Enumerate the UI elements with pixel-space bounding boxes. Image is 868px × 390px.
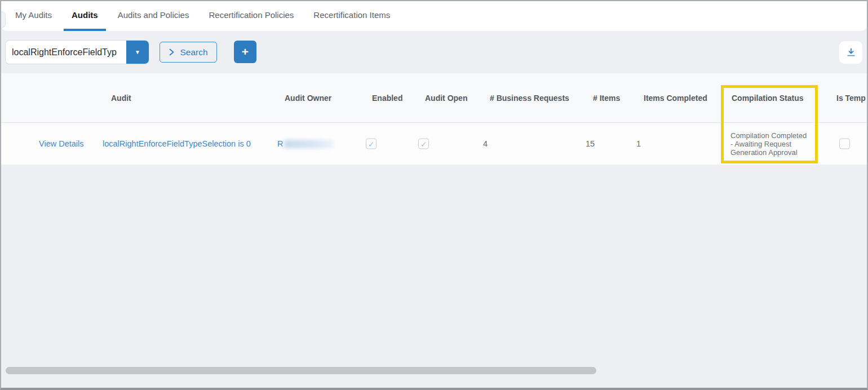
horizontal-scrollbar[interactable] [6,367,596,374]
search-button-label: Search [180,47,207,57]
tab-my-audits[interactable]: My Audits [7,1,60,31]
tab-recertification-items[interactable]: Recertification Items [305,1,398,31]
tab-audits[interactable]: Audits [64,1,106,31]
status-line: - Awaiting Request [730,140,816,148]
search-input[interactable] [6,41,126,64]
table-row: View Details localRightEnforceFieldTypeS… [1,122,867,165]
search-button[interactable]: Search [160,42,217,63]
tab-bar: My Audits Audits Audits and Policies Rec… [1,1,867,31]
tab-recertification-policies[interactable]: Recertification Policies [201,1,302,31]
export-button[interactable] [839,41,862,64]
is-temp-checkbox[interactable] [839,139,850,149]
header-enabled[interactable]: Enabled [372,94,402,103]
audit-owner-text: R [277,139,283,148]
checkmark-icon: ✓ [368,140,375,148]
items-value: 15 [586,139,595,148]
header-items[interactable]: # Items [593,94,620,103]
items-completed-value: 1 [636,139,641,148]
business-requests-value: 4 [483,139,488,148]
compilation-status-value: Compilation Completed - Awaiting Request… [730,131,816,157]
checkmark-icon: ✓ [420,140,427,148]
chevron-right-icon [169,48,175,56]
audit-owner-cell: R [277,139,334,148]
table-header-row: Audit Audit Owner Enabled Audit Open # B… [1,73,867,122]
redacted-owner-name [284,140,334,148]
plus-icon: + [242,45,249,59]
header-business-requests[interactable]: # Business Requests [490,94,569,103]
view-details-link[interactable]: View Details [39,139,84,148]
enabled-checkbox[interactable]: ✓ [366,139,377,149]
panel-collapse-handle[interactable] [1,11,6,28]
audit-open-checkbox[interactable]: ✓ [418,139,429,149]
chevron-down-icon: ▼ [135,49,140,55]
audit-name-link[interactable]: localRightEnforceFieldTypeSelection is 0 [103,139,251,148]
header-items-completed[interactable]: Items Completed [644,94,707,103]
toolbar: ▼ Search + [1,31,867,73]
header-audit-open[interactable]: Audit Open [425,94,467,103]
download-icon [846,47,856,57]
audits-table: Audit Audit Owner Enabled Audit Open # B… [1,73,867,165]
search-dropdown-button[interactable]: ▼ [126,41,149,64]
header-audit-owner[interactable]: Audit Owner [285,94,331,103]
status-line: Compilation Completed [730,131,816,140]
add-audit-button[interactable]: + [234,41,256,63]
header-audit[interactable]: Audit [111,94,131,103]
search-combo: ▼ [6,41,149,64]
status-line: Generation Approval [730,148,816,157]
app-window: My Audits Audits Audits and Policies Rec… [0,0,868,390]
tab-audits-and-policies[interactable]: Audits and Policies [110,1,197,31]
header-compilation-status[interactable]: Compilation Status [732,94,804,103]
header-is-temp[interactable]: Is Temp [836,94,866,103]
